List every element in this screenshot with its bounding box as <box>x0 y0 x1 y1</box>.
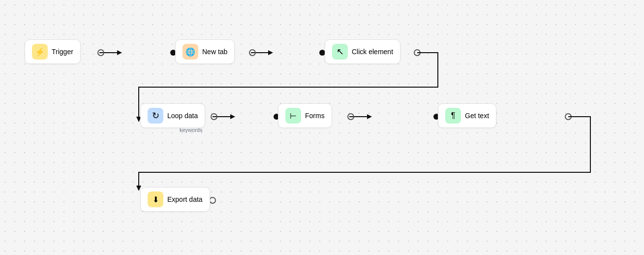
svg-marker-11 <box>230 114 235 119</box>
click-element-node[interactable]: ↖ Click element <box>325 39 400 64</box>
svg-marker-5 <box>268 50 273 55</box>
new-tab-node[interactable]: 🌐 New tab <box>175 39 235 64</box>
forms-node[interactable]: ⊢ Forms <box>278 103 332 128</box>
loop-data-node[interactable]: ↻ Loop data <box>140 103 205 128</box>
new-tab-label: New tab <box>202 48 227 56</box>
loop-data-label: Loop data <box>167 112 198 120</box>
new-tab-icon: 🌐 <box>183 44 198 60</box>
svg-marker-15 <box>367 114 372 119</box>
forms-label: Forms <box>305 112 325 120</box>
trigger-label: Trigger <box>52 48 73 56</box>
export-data-node[interactable]: ⬇ Export data <box>140 187 210 212</box>
forms-icon: ⊢ <box>285 108 301 124</box>
svg-point-6 <box>249 50 255 56</box>
workflow-canvas: ⚡ Trigger 🌐 New tab ↖ Click element ↻ Lo… <box>0 0 644 255</box>
svg-point-12 <box>211 114 217 120</box>
click-element-label: Click element <box>352 48 393 56</box>
svg-point-20 <box>210 197 215 203</box>
get-text-icon: ¶ <box>445 108 461 124</box>
svg-marker-1 <box>117 50 122 55</box>
get-text-label: Get text <box>465 112 489 120</box>
trigger-icon: ⚡ <box>32 44 48 60</box>
export-data-icon: ⬇ <box>148 191 163 207</box>
loop-data-icon: ↻ <box>148 108 163 124</box>
svg-point-2 <box>98 50 104 56</box>
click-element-icon: ↖ <box>332 44 348 60</box>
trigger-node[interactable]: ⚡ Trigger <box>25 39 81 64</box>
loop-data-sublabel: keywords <box>180 127 202 133</box>
export-data-label: Export data <box>167 195 203 203</box>
svg-point-8 <box>414 50 420 56</box>
svg-point-18 <box>565 114 571 120</box>
get-text-node[interactable]: ¶ Get text <box>438 103 496 128</box>
svg-point-16 <box>348 114 354 120</box>
